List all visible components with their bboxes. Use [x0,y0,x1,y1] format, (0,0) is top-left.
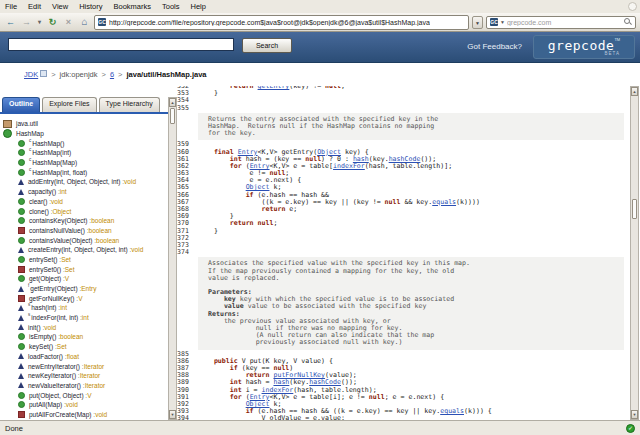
pub-icon [18,275,25,282]
reload-button[interactable]: ↻ [46,16,59,29]
outline-item[interactable]: containsNullValue() : boolean [0,226,166,236]
code-text: (k)))) [456,198,480,206]
outline-return-type: Object [53,208,72,215]
line-number[interactable]: 374 [177,249,198,256]
page-scroll-thumb[interactable] [632,199,637,219]
modifier-badge: c [29,147,31,152]
url-dropdown-button[interactable]: ▼ [472,16,483,29]
line-number[interactable]: 355 [177,105,198,112]
menu-file[interactable]: File [5,2,17,11]
scroll-up-icon[interactable]: ▲ [631,87,638,96]
outline-item[interactable]: cHashMap() [0,138,166,148]
outline-item[interactable]: HashMap [0,129,166,139]
menu-view[interactable]: View [52,2,68,11]
url-bar[interactable]: GC http://grepcode.com/file/repository.g… [94,15,469,30]
back-button[interactable]: ← [4,16,17,29]
outline-item[interactable]: cHashMap(int) [0,148,166,158]
menu-tools[interactable]: Tools [162,2,180,11]
site-search-input[interactable] [8,38,234,51]
scroll-down-icon[interactable]: ▼ [169,410,176,419]
sidebar-scrollbar[interactable]: ▲ ▼ [168,97,177,420]
outline-return-type: V [87,392,91,399]
history-chevron-icon[interactable]: ▾ [36,16,43,29]
external-link-icon[interactable] [40,70,47,77]
pro-icon [18,324,24,330]
sidebar-scroll-thumb[interactable] [170,108,175,124]
forward-button[interactable]: → [20,16,33,29]
outline-item[interactable]: loadFactor() : float [0,352,166,362]
scroll-down-icon[interactable]: ▼ [631,410,638,419]
outline-item[interactable]: clone() : Object [0,206,166,216]
outline-item[interactable]: put(Object, Object) : V [0,390,166,400]
outline-item[interactable]: isEmpty() : boolean [0,332,166,342]
browser-search-box[interactable]: GC ▼ grepcode.com [486,16,636,29]
pub-icon [18,392,25,399]
outline-item[interactable]: keySet() : Set [0,342,166,352]
code-row: 370 return null; [177,220,630,227]
outline-item[interactable]: init() : void [0,322,166,332]
outline-item[interactable]: newKeyIterator() : Iterator [0,371,166,381]
pub-icon [18,198,25,205]
grepcode-logo[interactable]: grepcodeTM BETA [533,35,635,59]
outline-item[interactable]: cHashMap(Map) [0,158,166,168]
outline-item[interactable]: java.util [0,119,166,129]
outline-item[interactable]: shash(int) : int [0,303,166,313]
modifier-badge: c [29,167,31,172]
menu-edit[interactable]: Edit [28,2,41,11]
outline-item-label: entrySet() [29,256,58,263]
modifier-badge: c [29,157,31,162]
engine-dropdown-icon[interactable]: ▼ [500,19,505,25]
outline-item[interactable]: addEntry(int, Object, Object, int) : voi… [0,177,166,187]
outline-item[interactable]: newValueIterator() : Iterator [0,381,166,391]
outline-item-label: get(Object) [29,275,61,282]
code-link[interactable]: indexFor [333,162,365,170]
outline-item[interactable]: containsValue(Object) : boolean [0,235,166,245]
url-text[interactable]: http://grepcode.com/file/repository.grep… [109,19,430,26]
home-button[interactable]: ⌂ [78,16,91,29]
tab-explore-files[interactable]: Explore Files [42,97,96,112]
code-text: } [198,89,218,97]
outline-item[interactable]: sindexFor(int, int) : int [0,313,166,323]
scroll-up-icon[interactable]: ▲ [169,98,176,107]
outline-item[interactable]: putAllForCreate(Map) : void [0,410,166,420]
search-engine-name[interactable]: grepcode.com [507,19,622,26]
menu-bookmarks[interactable]: Bookmarks [114,2,152,11]
site-search-button[interactable]: Search [242,38,292,53]
javadoc-line: value value to be associated with the sp… [208,303,624,310]
outline-item[interactable]: capacity() : int [0,187,166,197]
menu-help[interactable]: Help [191,2,206,11]
outline-item[interactable]: putAll(Map) : void [0,400,166,410]
outline-item[interactable]: clear() : void [0,197,166,207]
code-link[interactable]: equals [432,198,456,206]
code-row: 374 [177,249,630,256]
outline-item[interactable]: cHashMap(int, float) [0,167,166,177]
class-icon [3,129,12,138]
outline-item[interactable]: get(Object) : V [0,274,166,284]
outline-item[interactable]: entrySet0() : Set [0,264,166,274]
breadcrumb-item[interactable]: 6 [110,70,114,79]
code-text: (k))) { [464,407,492,415]
breadcrumb-item[interactable]: JDK [24,70,38,79]
outline-return-type: int [60,188,67,195]
search-icon[interactable] [624,18,632,26]
javadoc-line: value is replaced. [208,275,624,282]
outline-return-type: V [65,275,69,282]
feedback-link[interactable]: Got Feedback? [467,42,522,51]
code-text: e; [285,205,297,213]
outline-item[interactable]: entrySet() : Set [0,255,166,265]
code-link[interactable]: getEntry [258,86,290,90]
pub-icon [18,208,25,215]
outline-item[interactable]: createEntry(int, Object, Object, int) : … [0,245,166,255]
tab-outline[interactable]: Outline [2,97,40,112]
code-link[interactable]: equals [440,407,464,415]
outline-item[interactable]: containsKey(Object) : boolean [0,216,166,226]
page-scrollbar[interactable]: ▲ ▼ [630,86,639,420]
tab-type-hierarchy[interactable]: Type Hierarchy [99,97,160,112]
outline-item[interactable]: newEntryIterator() : Iterator [0,361,166,371]
outline-item[interactable]: getForNullKey() : V [0,293,166,303]
outline-item[interactable]: fgetEntry(Object) : Entry [0,284,166,294]
pro-icon [18,373,24,379]
menu-history[interactable]: History [79,2,102,11]
stop-button[interactable]: × [62,16,75,29]
pro-icon [18,315,24,321]
